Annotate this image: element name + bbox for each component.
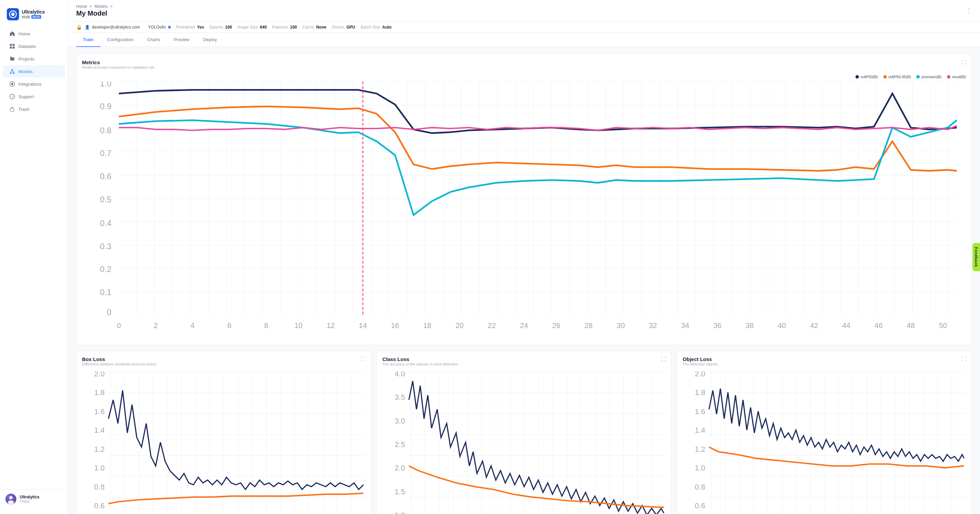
svg-text:8: 8	[264, 321, 268, 330]
svg-text:50: 50	[939, 321, 947, 330]
meta-pretrained: Pretrained Yes	[176, 25, 204, 30]
home-icon	[10, 31, 15, 36]
svg-text:0.6: 0.6	[695, 501, 705, 510]
svg-text:0.3: 0.3	[100, 242, 111, 251]
legend-dot-precision	[916, 75, 920, 79]
class-loss-card: Class Loss The accuracy of the classes i…	[377, 351, 672, 514]
class-loss-expand-button[interactable]: ⛶	[661, 356, 666, 362]
svg-text:48: 48	[907, 321, 915, 330]
class-loss-subtitle: The accuracy of the classes in each dete…	[382, 362, 458, 366]
svg-text:24: 24	[520, 321, 528, 330]
avatar	[5, 493, 16, 504]
svg-text:0.8: 0.8	[695, 483, 705, 491]
main-content: Home > Models > My Model ⋮ 🔒 👤 developer…	[68, 0, 980, 514]
sidebar-item-datasets[interactable]: Datasets	[3, 40, 65, 52]
svg-text:0.6: 0.6	[100, 172, 111, 181]
content-area: Metrics Model accuracy measured on valid…	[68, 47, 980, 514]
svg-rect-6	[13, 47, 14, 49]
svg-text:30: 30	[617, 321, 625, 330]
svg-text:1.4: 1.4	[695, 426, 705, 435]
metrics-expand-button[interactable]: ⛶	[961, 59, 966, 65]
meta-tags: YOLOv8n Pretrained Yes Epochs 100 Image …	[148, 25, 972, 30]
svg-text:4.0: 4.0	[395, 371, 405, 378]
sidebar-item-home[interactable]: Home	[3, 27, 65, 40]
breadcrumb-models[interactable]: Models	[95, 4, 108, 9]
metrics-chart-card: Metrics Model accuracy measured on valid…	[76, 54, 972, 345]
svg-point-18	[9, 496, 13, 500]
svg-text:1.8: 1.8	[94, 388, 105, 397]
tab-preview[interactable]: Preview	[167, 33, 196, 47]
user-name: Ultralytics	[20, 495, 40, 500]
meta-cache: Cache None	[302, 25, 327, 30]
bottom-charts: Box Loss Difference between predicted an…	[76, 351, 972, 514]
svg-text:28: 28	[584, 321, 592, 330]
feedback-button[interactable]: Feedback	[972, 243, 980, 271]
app-name: Ultralytics	[22, 10, 45, 14]
svg-point-7	[11, 69, 13, 70]
legend-dot-recall	[947, 75, 950, 79]
svg-text:1.6: 1.6	[94, 407, 105, 416]
svg-text:40: 40	[778, 321, 786, 330]
svg-rect-79	[709, 371, 966, 514]
class-loss-chart-area: 4.0 3.5 3.0 2.5 2.0 1.5 1.0 0.5	[382, 371, 666, 514]
tab-deploy[interactable]: Deploy	[196, 33, 224, 47]
user-email: developer@ultralytics.com	[92, 25, 140, 30]
svg-text:36: 36	[713, 321, 721, 330]
box-loss-subtitle: Difference between predicted and true bo…	[82, 362, 156, 366]
svg-text:3.0: 3.0	[395, 416, 405, 425]
trash-icon	[10, 106, 15, 112]
sidebar-item-integrations[interactable]: Integrations	[3, 78, 65, 90]
svg-text:0.5: 0.5	[100, 195, 111, 204]
meta-device: Device GPU	[332, 25, 355, 30]
class-loss-svg: 4.0 3.5 3.0 2.5 2.0 1.5 1.0 0.5	[382, 371, 666, 514]
projects-icon	[10, 56, 15, 62]
tab-train[interactable]: Train	[76, 33, 100, 47]
legend-map50: mAP50(B)	[856, 75, 878, 79]
model-meta-bar: 🔒 👤 developer@ultralytics.com YOLOv8n Pr…	[68, 22, 980, 33]
beta-badge: BETA	[31, 15, 41, 19]
legend-dot-map50	[856, 75, 859, 79]
metrics-chart-subtitle: Model accuracy measured on validation se…	[82, 65, 154, 69]
object-loss-svg: 2.0 1.8 1.6 1.4 1.2 1.0 0.8 0.6 0.4 0.2	[682, 371, 966, 514]
sidebar-navigation: Home Datasets Projects Models	[0, 27, 68, 489]
metrics-svg: 1.0 0.9 0.8 0.7 0.6 0.5 0.4 0.3 0.2 0.1 …	[82, 82, 966, 339]
integrations-icon	[10, 81, 15, 87]
sidebar-item-support[interactable]: ? Support	[3, 90, 65, 103]
metrics-legend: mAP50(B) mAP50-95(B) precision(B) recall…	[82, 75, 966, 79]
breadcrumb-home[interactable]: Home	[76, 4, 87, 9]
ultralytics-logo-icon	[7, 8, 19, 21]
more-options-button[interactable]: ⋮	[966, 7, 972, 14]
svg-rect-3	[10, 44, 12, 46]
meta-model-name: YOLOv8n	[148, 25, 171, 30]
sidebar-item-trash[interactable]: Trash	[3, 103, 65, 115]
box-loss-expand-button[interactable]: ⛶	[361, 356, 366, 362]
svg-text:2.0: 2.0	[695, 371, 705, 378]
sidebar-item-models[interactable]: Models	[3, 65, 65, 78]
svg-text:32: 32	[649, 321, 657, 330]
svg-text:3.5: 3.5	[395, 393, 405, 401]
box-loss-chart-area: 2.0 1.8 1.6 1.4 1.2 1.0 0.8 0.6 0.4 0.2	[82, 371, 366, 514]
svg-text:18: 18	[423, 321, 431, 330]
svg-text:1.2: 1.2	[695, 445, 705, 454]
svg-rect-70	[409, 371, 666, 514]
svg-text:10: 10	[294, 321, 302, 330]
lock-icon: 🔒	[76, 24, 82, 30]
svg-text:0.8: 0.8	[100, 126, 111, 135]
svg-text:0.1: 0.1	[100, 287, 111, 297]
svg-text:1.0: 1.0	[94, 464, 105, 472]
tab-configuration[interactable]: Configuration	[100, 33, 140, 47]
sidebar-item-projects[interactable]: Projects	[3, 53, 65, 65]
svg-text:46: 46	[875, 321, 883, 330]
svg-text:0: 0	[117, 321, 121, 330]
svg-text:1.4: 1.4	[94, 426, 105, 435]
svg-text:2.5: 2.5	[395, 440, 405, 449]
support-icon: ?	[10, 94, 15, 99]
svg-text:1.0: 1.0	[395, 511, 405, 514]
object-loss-expand-button[interactable]: ⛶	[961, 356, 966, 362]
legend-precision: precision(B)	[916, 75, 942, 79]
svg-text:34: 34	[681, 321, 689, 330]
sidebar: Ultralytics HUB BETA Home Datasets	[0, 0, 68, 514]
svg-rect-4	[13, 44, 14, 46]
tab-charts[interactable]: Charts	[140, 33, 167, 47]
svg-text:12: 12	[327, 321, 335, 330]
